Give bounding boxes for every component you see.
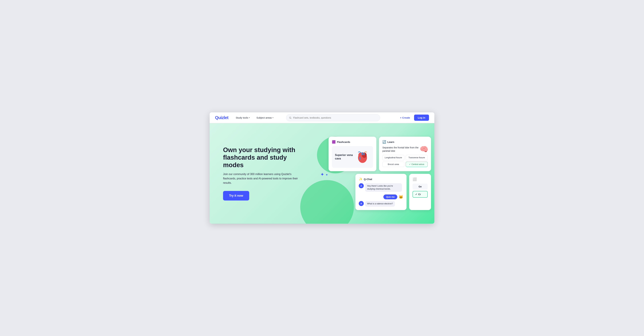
create-button[interactable]: + Create (399, 116, 412, 120)
logo[interactable]: Quizlet (215, 115, 228, 120)
subject-areas-chevron-icon: ▾ (272, 117, 273, 119)
svg-rect-5 (362, 152, 363, 155)
chat-message-2-row: A What is a valence electron? (359, 201, 403, 207)
svg-rect-6 (364, 153, 364, 155)
cards-area: 🟪 Flashcards Superior vena cava (317, 123, 434, 224)
sparkle-decoration: ✦ ✦ (320, 172, 328, 177)
chat-avatar-1: A (359, 183, 364, 188)
flashcard-card-title: Flashcards (337, 141, 350, 143)
learn-icon: 🔄 (382, 140, 386, 144)
hero-subtitle: Join our community of 300 million learne… (223, 172, 304, 185)
search-icon (289, 116, 292, 119)
quiz-me-row: Quiz me 🐱 (359, 194, 403, 199)
qchat-card-title: Q-Chat (364, 178, 372, 180)
chat-bubble-2: What is a valence electron? (365, 201, 395, 207)
partial-card-inner: Ge ✓ Cr (412, 183, 428, 198)
chat-messages: A Hey there! Looks like you're studying … (359, 183, 403, 207)
checkmark-icon: ✓ (409, 163, 411, 166)
flashcard-icon: 🟪 (332, 140, 336, 144)
qchat-card-header: ✨ Q-Chat (359, 177, 403, 181)
svg-line-1 (291, 118, 291, 119)
cards-row-1: 🟪 Flashcards Superior vena cava (320, 137, 431, 171)
qchat-icon: ✨ (359, 177, 362, 181)
learn-option-3-correct[interactable]: ✓ Central sulcus (406, 162, 428, 167)
cell-check-icon: ✓ (415, 193, 417, 196)
learn-options: Longitudinal fissure Transverse fissure … (382, 155, 428, 167)
flashcard-term: Superior vena cava (335, 154, 355, 161)
chat-avatar-2: A (359, 201, 364, 206)
svg-point-0 (289, 117, 291, 118)
learn-option-1[interactable]: Transverse fissure (406, 155, 428, 160)
study-tools-nav[interactable]: Study tools ▾ (234, 116, 251, 120)
partial-card-header: ⬜ (412, 177, 428, 181)
flashcard-card-header: 🟪 Flashcards (332, 140, 373, 144)
cell-cr-checked: ✓ Cr (412, 191, 428, 198)
sparkle-small: ✦ (326, 173, 328, 176)
hero-title: Own your studying with flashcards and st… (223, 146, 304, 169)
cat-emoji-icon: 🐱 (399, 195, 403, 199)
quiz-me-button[interactable]: Quiz me (384, 194, 397, 199)
partial-card: ⬜ Ge ✓ Cr (409, 174, 431, 210)
try-it-now-button[interactable]: Try it now (223, 191, 249, 200)
nav-right: + Create Log in (399, 115, 429, 121)
study-tools-label: Study tools (236, 116, 248, 119)
browser-window: Quizlet Study tools ▾ Subject areas ▾ + … (210, 112, 434, 224)
hero-content: Own your studying with flashcards and st… (210, 136, 314, 210)
qchat-card: ✨ Q-Chat A Hey there! Looks like you're … (355, 174, 406, 210)
heart-illustration (355, 150, 370, 165)
search-bar[interactable] (286, 114, 380, 121)
learn-option-0[interactable]: Longitudinal fissure (382, 155, 404, 160)
flashcard-card: 🟪 Flashcards Superior vena cava (328, 137, 376, 171)
learn-card-header: 🔄 Learn (382, 140, 428, 144)
flashcard-inner[interactable]: Superior vena cava (332, 146, 373, 168)
svg-rect-7 (360, 157, 360, 160)
navbar: Quizlet Study tools ▾ Subject areas ▾ + … (210, 112, 434, 123)
study-tools-chevron-icon: ▾ (249, 117, 250, 119)
learn-option-2[interactable]: Broca's area (382, 162, 404, 167)
subject-areas-nav[interactable]: Subject areas ▾ (255, 116, 275, 120)
cards-row-2: ✨ Q-Chat A Hey there! Looks like you're … (320, 174, 431, 210)
chat-message-1-row: A Hey there! Looks like you're studying … (359, 183, 403, 192)
login-button[interactable]: Log in (414, 115, 429, 121)
learn-card-title: Learn (388, 141, 394, 143)
subject-areas-label: Subject areas (256, 116, 272, 119)
cell-ge: Ge (412, 183, 428, 190)
learn-card: 🔄 Learn Separates the frontal lobe from … (379, 137, 431, 171)
hero-section: Own your studying with flashcards and st… (210, 123, 434, 224)
brain-illustration: 🧠 (420, 145, 428, 153)
partial-card-icon: ⬜ (412, 177, 417, 181)
search-input[interactable] (293, 116, 377, 119)
chat-bubble-1: Hey there! Looks like you're studying ch… (365, 183, 402, 192)
